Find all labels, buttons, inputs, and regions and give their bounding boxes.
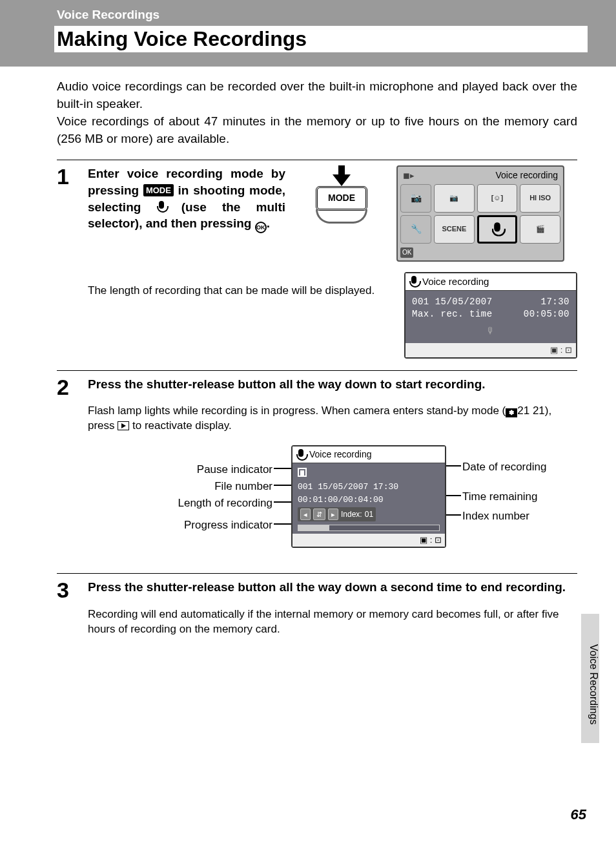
menu-item-face: [☺] <box>477 184 518 213</box>
left-key-icon: ◂ <box>300 508 311 521</box>
lcd1-footer-icons: ▣ : ⊡ <box>406 343 576 357</box>
page-title: Making Voice Recordings <box>54 26 588 52</box>
lcd2-elapsed: 00:01:00/00:04:00 <box>298 494 440 507</box>
divider <box>57 160 577 160</box>
camera-icon: ◼▸ <box>403 170 415 182</box>
label-pause-indicator: Pause indicator <box>114 462 272 477</box>
lcd2-date: 15/05/2007 <box>318 482 368 492</box>
lcd1-max-time: 00:05:00 <box>524 308 570 320</box>
step2-ref21: 21 <box>517 404 529 417</box>
menu-title: Voice recording <box>495 169 558 182</box>
step-2-number: 2 <box>57 376 75 562</box>
lcd2-title: Voice recording <box>309 448 372 461</box>
label-length-of-recording: Length of recording <box>114 496 272 510</box>
step-1-note: The length of recording that can be made… <box>88 284 396 359</box>
ok-label: OK <box>400 247 413 258</box>
step-3-number: 3 <box>57 579 75 637</box>
lcd1-date: 15/05/2007 <box>435 297 493 307</box>
lcd2-index-value: 01 <box>365 508 373 520</box>
label-time-remaining: Time remaining <box>462 489 538 504</box>
label-file-number: File number <box>114 479 272 494</box>
microphone-large-icon: 🎙 <box>412 326 570 338</box>
microphone-icon <box>157 201 166 213</box>
step-3-body: Recording will end automatically if the … <box>88 607 577 637</box>
label-progress-indicator: Progress indicator <box>114 518 272 532</box>
step2-c: to reactivate display. <box>129 419 231 432</box>
step2-a: Flash lamp lights while recording is in … <box>88 404 506 417</box>
breadcrumb: Voice Recordings <box>57 8 588 22</box>
intro-text-1: Audio voice recordings can be recorded o… <box>57 78 577 113</box>
cable-icon <box>316 209 367 224</box>
microphone-icon <box>409 276 418 288</box>
intro-text-2: Voice recordings of about 47 minutes in … <box>57 113 577 148</box>
menu-left-camera: 📷 <box>400 184 431 213</box>
mode-icon: MODE <box>143 184 174 197</box>
microphone-icon <box>492 222 503 236</box>
divider <box>57 370 577 371</box>
ok-icon: OK <box>255 222 267 233</box>
right-key-icon: ▸ <box>328 508 338 521</box>
label-date-of-recording: Date of recording <box>462 459 546 474</box>
step-3-heading: Press the shutter-release button all the… <box>88 579 577 596</box>
menu-item-voice-selected <box>477 215 518 244</box>
lcd1-time: 17:30 <box>540 296 570 308</box>
recording-screen-diagram: Pause indicator File number Length of re… <box>114 445 572 561</box>
mode-button-illustration: MODE <box>293 165 390 262</box>
step-2-heading: Press the shutter-release button all the… <box>88 376 577 393</box>
mode-menu-screen: ◼▸ Voice recording 📷 🔧 📷 [☺] HI <box>396 165 564 262</box>
pause-icon <box>298 468 307 477</box>
lcd1-max-label: Max. rec. time <box>412 308 493 320</box>
lcd2-time: 17:30 <box>373 482 398 492</box>
lcd1-fileno: 001 <box>412 297 429 307</box>
menu-item-hi-iso: HI ISO <box>520 184 560 213</box>
lcd2-footer-icons: ▣ : ⊡ <box>293 534 445 547</box>
menu-item-movie: 🎬 <box>520 215 560 244</box>
microphone-icon <box>296 449 305 461</box>
step-2-body: Flash lamp lights while recording is in … <box>88 404 577 434</box>
lcd2-fileno: 001 <box>298 482 313 492</box>
reference-icon: ✽ <box>506 408 517 417</box>
menu-item-auto: 📷 <box>434 184 475 213</box>
menu-item-scene: SCENE <box>434 215 475 244</box>
play-icon <box>118 421 129 430</box>
lcd1-title: Voice recording <box>422 275 489 288</box>
progress-bar <box>298 525 440 531</box>
menu-left-setup: 🔧 <box>400 215 431 244</box>
step1-text-d: . <box>267 216 270 230</box>
step-1-heading: Enter voice recording mode by pressing M… <box>88 165 285 233</box>
divider <box>57 573 577 574</box>
mode-button: MODE <box>316 186 367 211</box>
voice-recording-standby-screen: Voice recording 001 15/05/2007 17:30 Max… <box>404 272 577 359</box>
side-tab: Voice Recordings <box>581 614 599 743</box>
step-1-number: 1 <box>57 165 75 359</box>
arrow-down-icon <box>333 165 351 187</box>
lcd2-index-label: Index: <box>341 508 362 520</box>
updown-key-icon: ⇵ <box>313 508 325 521</box>
label-index-number: Index number <box>462 508 529 523</box>
page-number: 65 <box>571 806 586 823</box>
voice-recording-active-screen: Voice recording 001 15/05/2007 17:30 00:… <box>291 445 446 548</box>
